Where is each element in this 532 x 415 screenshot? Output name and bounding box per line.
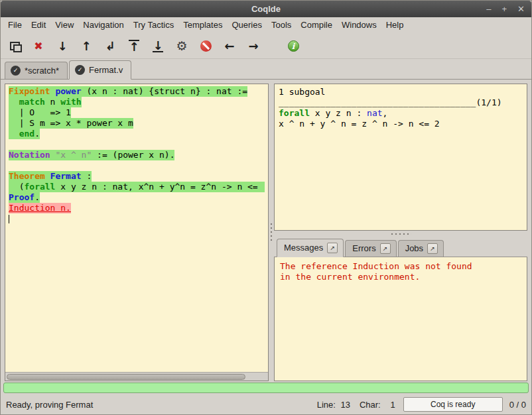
gear-icon[interactable]: ⚙ [174,39,189,54]
minimize-button[interactable]: – [486,1,491,17]
up-arrow-icon[interactable]: ↑ [79,39,94,54]
cross-icon[interactable]: ✖ [31,39,46,54]
cross-icon: ✖ [34,40,42,52]
window-icon[interactable] [7,39,22,54]
info-icon[interactable]: i [286,39,300,54]
up-arrow-bar-icon: ↑ [129,40,139,52]
code-token: Notation [9,150,50,160]
script-line [9,160,265,171]
code-token: (x n : nat) {struct n} : nat := [82,86,247,96]
return-arrow-icon[interactable]: ↲ [103,39,117,54]
tab-label: Messages [284,243,323,253]
message-line: in the current environment. [280,272,521,282]
script-line: Notation "x ^ n" := (power x n). [9,150,265,160]
detach-icon[interactable]: ↗ [327,243,338,253]
tab-label: *scratch* [25,66,59,76]
script-pane: Fixpoint power (x n : nat) {struct n} : … [5,84,269,381]
down-arrow-icon[interactable]: ↓ [55,39,70,54]
detach-icon[interactable]: ↗ [427,243,438,254]
code-token: x ^ n + y ^ n = z ^ n -> n <= 2 [279,119,440,129]
script-editor[interactable]: Fixpoint power (x n : nat) {struct n} : … [5,84,268,372]
code-token: Fermat [50,171,82,181]
code-token: forall [279,108,310,118]
message-tabs: Messages↗Errors↗Jobs↗ [274,237,527,257]
code-token: Induction n. [9,203,71,213]
code-token: x y z n : nat, x^n + y^n = z^n -> n <= [55,182,257,192]
script-line: Fixpoint power (x n : nat) {struct n} : … [9,86,265,97]
menu-item-compile[interactable]: Compile [296,17,337,34]
menubar: FileEditViewNavigationTry TacticsTemplat… [1,17,531,34]
up-arrow-bar-icon[interactable]: ↑ [127,39,141,54]
menu-item-edit[interactable]: Edit [27,17,50,34]
goal-line: forall x y z n : nat, [279,108,523,119]
tab-label: Fermat.v [89,65,123,75]
progress-bar [3,383,529,393]
script-line [9,139,265,150]
script-line: | O => 1 [9,107,265,118]
goal-line: 1 subgoal [279,87,523,97]
menu-item-tools[interactable]: Tools [267,17,296,34]
tab-fermat-v[interactable]: ✓Fermat.v [69,60,131,80]
code-token: n [45,97,60,107]
menu-item-help[interactable]: Help [381,17,409,34]
down-arrow-bar-icon[interactable]: ↓ [151,39,165,54]
code-token: . [34,192,40,202]
script-line: match n with [9,97,265,107]
code-token [9,97,19,107]
horizontal-pane-divider[interactable] [274,231,527,237]
goals-pane[interactable]: 1 subgoal_______________________________… [274,84,527,231]
no-entry-icon[interactable] [198,39,213,54]
script-line: Proof. [9,192,265,203]
right-column: 1 subgoal_______________________________… [274,84,527,381]
buffer-tabs: ✓*scratch*✓Fermat.v [1,59,531,80]
menu-item-view[interactable]: View [50,17,78,34]
code-token: in the current environment. [280,272,420,282]
code-token: 1 subgoal [279,87,325,97]
no-entry-icon [200,40,212,52]
menu-item-navigation[interactable]: Navigation [78,17,128,34]
coq-state-text: Coq is ready [431,400,475,409]
line-value: 13 [336,400,350,410]
left-arrow-icon[interactable]: ← [222,39,237,54]
code-token: with [60,97,81,107]
script-line: end. [9,129,265,139]
script-line: Induction n. [9,203,265,213]
char-label: Char: [360,400,381,410]
tab-scratch[interactable]: ✓*scratch* [5,62,68,79]
code-token: x y z n : [310,108,367,118]
tab-messages[interactable]: Messages↗ [277,239,344,257]
code-token: Theorem [9,171,45,181]
menu-item-try-tactics[interactable]: Try Tactics [129,17,178,34]
tab-jobs[interactable]: Jobs↗ [398,240,444,257]
code-token: The reference Induction was not found [280,261,472,271]
main-split: Fixpoint power (x n : nat) {struct n} : … [1,80,531,381]
left-arrow-icon: ← [224,40,234,52]
window-icon [10,42,20,50]
code-token: ( [9,182,24,192]
info-icon: i [288,40,299,52]
vertical-pane-divider[interactable] [269,84,274,381]
grip-icon [390,233,411,235]
messages-pane[interactable]: The reference Induction was not foundin … [274,257,527,381]
titlebar[interactable]: CoqIde – + ✕ [1,1,531,17]
goal-counter: 0 / 0 [509,400,526,410]
close-button[interactable]: ✕ [517,1,525,17]
text-cursor [9,215,9,223]
code-token [9,129,19,139]
right-arrow-icon[interactable]: → [246,39,261,54]
menu-item-templates[interactable]: Templates [178,17,227,34]
tab-errors[interactable]: Errors↗ [345,240,396,257]
toolbar: ✖↓↑↲↑↓⚙←→i [1,34,531,59]
maximize-button[interactable]: + [502,1,507,17]
detach-icon[interactable]: ↗ [380,243,391,254]
code-token: Proof [9,192,34,202]
menu-item-windows[interactable]: Windows [337,17,381,34]
menu-item-queries[interactable]: Queries [227,17,267,34]
menu-item-file[interactable]: File [3,17,27,34]
horizontal-scrollbar[interactable] [5,372,268,381]
line-label: Line: [317,400,336,410]
script-line: (forall x y z n : nat, x^n + y^n = z^n -… [9,182,265,192]
scrollbar-handle[interactable] [7,374,245,380]
coqide-window: CoqIde – + ✕ FileEditViewNavigationTry T… [0,0,532,415]
tab-label: Errors [352,243,375,253]
